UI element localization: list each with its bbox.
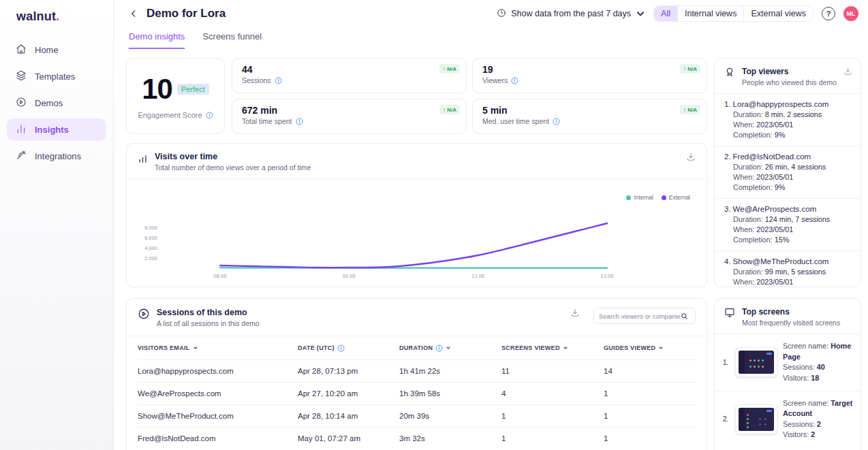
sidebar-item-label: Insights <box>35 125 69 135</box>
medal-icon <box>724 67 735 80</box>
search-input[interactable] <box>599 312 681 320</box>
sidebar-item-label: Templates <box>35 71 75 82</box>
date-range-dropdown[interactable]: Show data from the past 7 days <box>497 8 645 20</box>
sidebar-item-templates[interactable]: Templates <box>7 65 106 88</box>
stat-label: Viewers <box>482 76 508 84</box>
chevron-down-icon <box>636 9 645 18</box>
sidebar-nav: Home Templates Demos Insights Integratio… <box>0 39 113 167</box>
topbar: Demo for Lora Show data from the past 7 … <box>114 0 868 22</box>
up-arrow-icon: ↑ <box>443 65 446 72</box>
help-button[interactable]: ? <box>822 7 835 20</box>
sidebar-item-demos[interactable]: Demos <box>7 92 106 114</box>
top-viewers-card: Top viewers People who viewed this demo … <box>714 58 861 287</box>
sidebar-item-label: Demos <box>35 98 63 108</box>
series-line-external <box>220 223 607 268</box>
viewer-entry[interactable]: 4.Show@MeTheProduct.com Duration: 99 min… <box>715 251 861 287</box>
column-header: Screens viewed <box>501 344 560 351</box>
monitor-icon <box>724 307 735 321</box>
sidebar-item-insights[interactable]: Insights <box>7 118 106 141</box>
logo-dot: . <box>56 10 59 23</box>
stat-label: Med. user time spent <box>482 117 549 125</box>
table-row[interactable]: We@AreProspects.comApr 27, 10:20 am1h 39… <box>138 382 696 404</box>
stat-sessions: 44 Sessions ↑N/A <box>232 58 467 93</box>
top-screens-card: Top screens Most frequently visited scre… <box>714 298 861 450</box>
search-icon[interactable] <box>681 312 688 320</box>
info-icon[interactable] <box>206 112 213 119</box>
home-icon <box>16 44 27 57</box>
column-header: Date (UTC) <box>298 344 335 351</box>
sort-icon[interactable] <box>658 345 664 351</box>
top-viewers-title: Top viewers <box>742 67 837 76</box>
sidebar-item-label: Integrations <box>35 151 81 161</box>
segment-external-views[interactable]: External views <box>743 6 813 21</box>
segment-all[interactable]: All <box>654 6 677 21</box>
engagement-score-badge: Perfect <box>177 84 209 95</box>
sort-icon[interactable] <box>563 345 568 351</box>
top-viewers-subtitle: People who viewed this demo <box>742 78 837 86</box>
bar-chart-icon <box>16 123 27 136</box>
layers-icon <box>16 70 27 83</box>
stat-med-user-time: 5 min Med. user time spent ↑N/A <box>472 99 707 134</box>
table-row[interactable]: Show@MeTheProduct.comApr 28, 10:14 am20m… <box>138 404 696 427</box>
stat-label: Sessions <box>242 76 271 84</box>
right-column: Top viewers People who viewed this demo … <box>714 58 861 450</box>
info-icon[interactable] <box>296 118 303 125</box>
main-area: Demo for Lora Show data from the past 7 … <box>114 0 868 450</box>
table-header-row: Visitors email Date (UTC) Duration Scree… <box>138 336 696 359</box>
tab-demo-insights[interactable]: Demo insights <box>129 31 185 49</box>
tab-bar: Demo insights Screens funnel <box>129 31 868 49</box>
download-icon[interactable] <box>843 67 852 76</box>
column-header: Visitors email <box>138 344 190 351</box>
stat-value: 672 min <box>242 105 456 116</box>
viewer-email: Lora@happyprospects.com <box>733 100 829 108</box>
left-column: 10 Perfect Engagement Score 44 Sessions … <box>126 58 707 450</box>
screen-thumbnail <box>735 404 777 434</box>
viewer-entry[interactable]: 1.Lora@happyprospects.com Duration: 8 mi… <box>715 94 861 146</box>
avatar[interactable]: ML <box>843 6 858 21</box>
line-chart: 2,0004,0006,0008,00008.0509.0512.0513.05 <box>127 179 707 288</box>
column-header: Duration <box>399 344 433 351</box>
sort-icon[interactable] <box>193 345 198 351</box>
stats-grid: 44 Sessions ↑N/A 19 Viewers ↑N/A 672 min… <box>232 58 707 134</box>
back-button[interactable] <box>129 9 138 18</box>
svg-text:2,000: 2,000 <box>144 255 157 261</box>
screen-entry[interactable]: 1. <box>715 334 861 391</box>
search-box <box>593 308 696 324</box>
screen-thumbnail <box>735 347 777 377</box>
info-icon[interactable] <box>275 77 282 84</box>
table-row[interactable]: Lora@happyprospects.comApr 28, 07:13 pm1… <box>138 359 696 382</box>
svg-text:08.05: 08.05 <box>214 273 227 279</box>
views-segmented-control: All Internal views External views <box>653 5 813 22</box>
top-screens-subtitle: Most frequently visited screens <box>742 319 840 327</box>
sidebar: walnut. Home Templates Demos Insights In… <box>0 0 114 450</box>
stat-viewers: 19 Viewers ↑N/A <box>472 58 707 93</box>
sidebar-item-home[interactable]: Home <box>7 39 106 61</box>
viewer-entry[interactable]: 3.We@AreProspects.com Duration: 124 min,… <box>715 199 861 251</box>
up-arrow-icon: ↑ <box>443 106 446 113</box>
info-icon[interactable] <box>553 118 560 125</box>
info-icon[interactable] <box>435 344 443 352</box>
delta-badge: ↑N/A <box>680 64 700 74</box>
tab-screens-funnel[interactable]: Screens funnel <box>202 31 262 49</box>
info-icon[interactable] <box>337 344 345 352</box>
sort-icon[interactable] <box>446 345 451 351</box>
svg-text:13.05: 13.05 <box>601 273 614 279</box>
table-row[interactable]: Fred@IsNotDead.comMay 01, 07:27 am3m 32s… <box>138 427 696 449</box>
download-icon[interactable] <box>686 152 696 161</box>
sidebar-item-integrations[interactable]: Integrations <box>7 145 106 167</box>
screen-entry[interactable]: 2. <box>715 391 861 448</box>
bar-chart-icon <box>138 153 148 163</box>
sessions-card: Sessions of this demo A list of all sess… <box>126 298 707 450</box>
play-circle-icon <box>138 308 150 320</box>
svg-text:12.05: 12.05 <box>471 273 484 279</box>
viewer-email: Show@MeTheProduct.com <box>733 257 829 266</box>
info-icon[interactable] <box>511 77 518 84</box>
download-icon[interactable] <box>570 308 580 317</box>
svg-text:6,000: 6,000 <box>144 235 157 241</box>
engagement-score-value: 10 <box>142 73 172 106</box>
plug-icon <box>16 150 27 163</box>
segment-internal-views[interactable]: Internal views <box>677 6 743 21</box>
play-circle-icon <box>16 97 27 110</box>
viewer-entry[interactable]: 2.Fred@IsNotDead.com Duration: 26 min, 4… <box>715 146 861 199</box>
viewer-email: Fred@IsNotDead.com <box>733 152 811 161</box>
